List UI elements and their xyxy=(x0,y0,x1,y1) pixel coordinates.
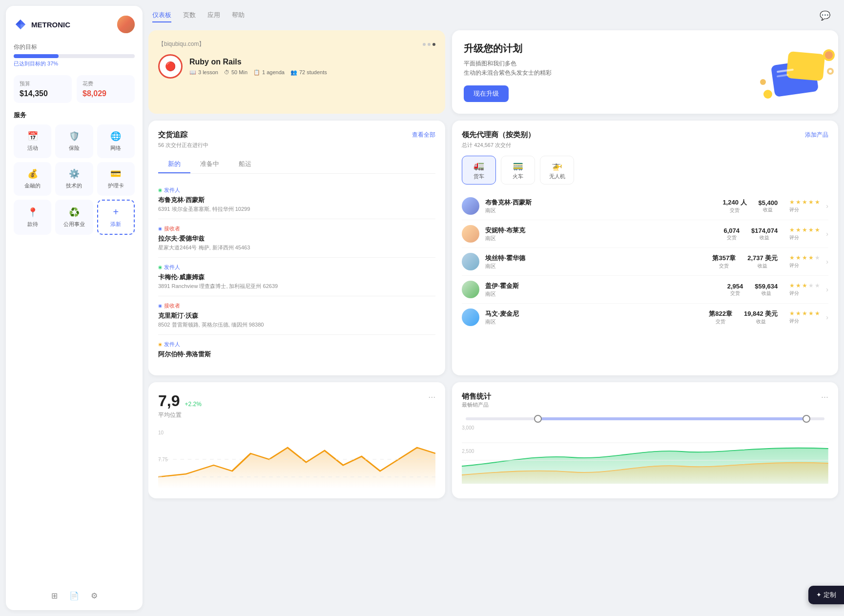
stars-3: ★ ★ ★ ★ ★ xyxy=(789,282,820,289)
agent-tx-1: 6,074 交货 xyxy=(724,227,740,241)
service-name-care: 护理卡 xyxy=(108,182,124,189)
goal-bar xyxy=(14,54,135,58)
course-card-url-row: 【biqubiqu.com】 xyxy=(158,40,435,48)
sales-chart-svg xyxy=(462,425,828,484)
agent-row-2: 埃丝特·霍华德 南区 第357章 交货 2,737 美元 收益 ★ ★ ★ xyxy=(462,248,828,276)
service-item-tech[interactable]: ⚙️ 技术的 xyxy=(55,162,93,196)
service-item-activity[interactable]: 📅 活动 xyxy=(14,124,51,158)
train-icon: 🚃 xyxy=(513,160,523,171)
customize-button[interactable]: ✦ 定制 xyxy=(808,586,844,604)
agent-rating-2: ★ ★ ★ ★ ★ 评分 xyxy=(789,254,820,269)
upgrade-card: 升级您的计划 平面插图和我们多色 生动的未混合紫色头发女士的精彩 现在升级 xyxy=(452,30,838,114)
agent-arrow-0[interactable]: › xyxy=(826,202,828,210)
receiver-dot-3 xyxy=(158,304,162,308)
service-name-add: 添新 xyxy=(110,221,121,228)
upgrade-button[interactable]: 现在升级 xyxy=(464,85,509,102)
drone-icon: 🚁 xyxy=(552,160,562,171)
expense-card: 花费 $8,029 xyxy=(77,75,135,103)
avg-num-section: 7,9 +2.2% 平均位置 xyxy=(158,392,202,426)
service-name-activity: 活动 xyxy=(27,144,38,152)
service-item-utilities[interactable]: ♻️ 公用事业 xyxy=(55,200,93,235)
tab-new[interactable]: 新的 xyxy=(158,156,190,173)
agent-info-4: 马文·麦金尼 南区 xyxy=(485,309,703,326)
svg-point-9 xyxy=(829,70,832,73)
care-icon: 💳 xyxy=(110,168,121,179)
agent-info-2: 埃丝特·霍华德 南区 xyxy=(485,254,706,270)
finance-icon: 💰 xyxy=(27,168,38,179)
range-thumb-left[interactable] xyxy=(534,415,542,423)
service-item-care[interactable]: 💳 护理卡 xyxy=(97,162,135,196)
agents-header: 领先代理商（按类别） 添加产品 xyxy=(462,130,828,140)
service-item-hospitality[interactable]: 📍 款待 xyxy=(14,200,51,235)
agent-tx-2: 第357章 交货 xyxy=(712,254,736,269)
agent-arrow-3[interactable]: › xyxy=(826,286,828,293)
tab-shipping[interactable]: 船运 xyxy=(229,156,261,173)
delivery-tabs: 新的 准备中 船运 xyxy=(158,156,435,174)
nav-help[interactable]: 帮助 xyxy=(232,9,245,22)
upgrade-desc: 平面插图和我们多色 生动的未混合紫色头发女士的精彩 xyxy=(464,59,552,78)
delivery-title: 交货追踪 xyxy=(158,130,187,140)
range-thumb-right[interactable] xyxy=(803,415,810,423)
agent-region-4: 南区 xyxy=(485,318,703,326)
agent-arrow-1[interactable]: › xyxy=(826,230,828,238)
sender-name-4: 阿尔伯特·弗洛雷斯 xyxy=(158,350,435,359)
stars-1: ★ ★ ★ ★ ★ xyxy=(789,226,820,233)
course-logo: 🔴 xyxy=(158,54,183,79)
receiver-dot-1 xyxy=(158,227,162,231)
upgrade-svg xyxy=(758,48,836,106)
nav-dashboard[interactable]: 仪表板 xyxy=(152,9,171,22)
agent-avatar-1 xyxy=(462,225,479,243)
avg-more-icon[interactable]: ··· xyxy=(428,392,435,402)
nav-apps[interactable]: 应用 xyxy=(207,9,220,22)
agent-rev-4: 19,842 美元 收益 xyxy=(744,309,778,325)
delivery-item-1: 接收者 拉尔夫·爱德华兹 星家大道2464号 梅萨, 新泽西州 45463 xyxy=(158,219,435,258)
agent-tab-truck[interactable]: 🚛 货车 xyxy=(462,156,496,185)
sales-header: 销售统计 最畅销产品 ··· xyxy=(462,392,828,413)
agent-avatar-3 xyxy=(462,281,479,298)
agent-region-0: 南区 xyxy=(485,207,717,214)
range-fill xyxy=(537,417,806,420)
agent-row-0: 布鲁克林·西蒙斯 南区 1,240 人 交货 $5,400 收益 ★ ★ ★ xyxy=(462,192,828,220)
svg-point-7 xyxy=(760,79,766,85)
settings-icon[interactable]: ⚙ xyxy=(91,591,98,600)
agent-info-3: 盖伊·霍金斯 南区 xyxy=(485,282,721,298)
agent-rev-3: $59,634 收益 xyxy=(755,283,778,297)
service-item-add[interactable]: + 添新 xyxy=(97,200,135,235)
add-product-button[interactable]: 添加产品 xyxy=(805,131,828,139)
chat-icon[interactable]: 💬 xyxy=(820,10,830,21)
sales-more-icon[interactable]: ··· xyxy=(821,392,828,402)
agent-name-1: 安妮特·布莱克 xyxy=(485,226,718,235)
delivery-link[interactable]: 查看全部 xyxy=(412,131,435,139)
agent-tx-3: 2,954 交货 xyxy=(727,283,743,297)
agent-arrow-4[interactable]: › xyxy=(826,313,828,321)
avatar xyxy=(117,16,135,33)
rails-icon: 🔴 xyxy=(165,61,176,72)
agent-arrow-2[interactable]: › xyxy=(826,258,828,266)
service-item-network[interactable]: 🌐 网络 xyxy=(97,124,135,158)
nav-pages[interactable]: 页数 xyxy=(183,9,196,22)
receiver-address-3: 8502 普雷斯顿路, 英格尔伍德, 缅因州 98380 xyxy=(158,321,435,329)
layers-icon[interactable]: ⊞ xyxy=(51,591,58,600)
agent-rating-4: ★ ★ ★ ★ ★ 评分 xyxy=(789,310,820,325)
file-icon[interactable]: 📄 xyxy=(69,591,79,600)
service-item-finance[interactable]: 💰 金融的 xyxy=(14,162,51,196)
students-meta: 👥 72 students xyxy=(290,69,327,76)
sender-address-2: 3891 Ranchview 理查森博士, 加利福尼亚州 62639 xyxy=(158,283,435,290)
avg-value: 7,9 xyxy=(158,392,180,410)
agent-tab-train[interactable]: 🚃 火车 xyxy=(501,156,535,185)
delivery-card: 交货追踪 查看全部 56 次交付正在进行中 新的 准备中 船运 发件人 布鲁克林… xyxy=(148,121,445,375)
sender-dot-0 xyxy=(158,188,162,192)
service-item-insurance[interactable]: 🛡️ 保险 xyxy=(55,124,93,158)
agent-info-0: 布鲁克林·西蒙斯 南区 xyxy=(485,198,717,214)
sidebar: METRONIC 你的目标 已达到目标的 37% 预算 $14,350 花费 $… xyxy=(6,6,143,610)
agent-rating-3: ★ ★ ★ ★ ★ 评分 xyxy=(789,282,820,297)
services-label: 服务 xyxy=(14,111,135,120)
avg-num-row: 7,9 +2.2% xyxy=(158,392,202,410)
star3: ★ xyxy=(802,199,807,205)
star5: ★ xyxy=(815,199,820,205)
tab-preparing[interactable]: 准备中 xyxy=(190,156,229,173)
sender-name-0: 布鲁克林·西蒙斯 xyxy=(158,196,435,205)
agent-tab-drone[interactable]: 🚁 无人机 xyxy=(540,156,574,185)
dot-2 xyxy=(428,43,431,46)
sender-dot-4 xyxy=(158,343,162,347)
